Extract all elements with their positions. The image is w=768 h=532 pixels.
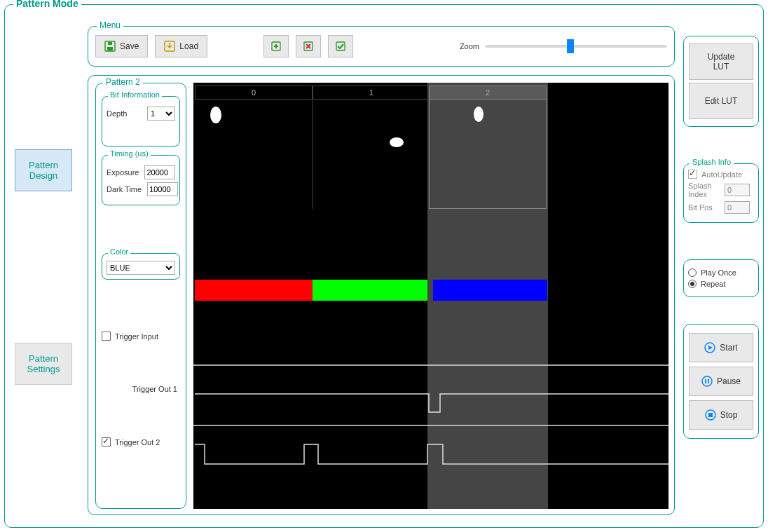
pause-button[interactable]: Pause [689,367,753,396]
left-nav: Pattern Design Pattern Settings [15,149,72,385]
dark-time-input[interactable] [147,182,178,196]
color-select[interactable]: BLUE [107,261,175,275]
trigger-out2-wave [193,433,668,475]
play-icon [704,342,715,353]
save-button[interactable]: Save [95,35,148,57]
autoupdate-label: AutoUpdate [701,170,742,179]
pattern-thumb-2[interactable] [474,107,484,122]
save-icon [104,41,116,52]
exposure-label: Exposure [107,168,139,177]
save-label: Save [120,41,139,51]
svg-rect-6 [336,42,345,50]
dark-time-label: Dark Time [107,185,142,193]
autoupdate-checkbox-box [688,170,697,179]
trigger-out2-checkbox[interactable]: Trigger Out 2 [102,437,180,446]
bitpos-label: Bit Pos [688,203,722,212]
pattern-panel: Pattern 2 Bit Information Depth 1 Timing… [88,75,675,515]
pattern-sidebar: Pattern 2 Bit Information Depth 1 Timing… [95,83,186,509]
trigger-out1-wave [193,377,668,426]
pattern-thumb-0[interactable] [210,107,221,123]
bitpos-input [725,201,750,214]
repeat-label: Repeat [701,280,725,288]
column-header-1[interactable]: 1 [313,86,430,100]
play-mode-box: Play Once Repeat [683,259,759,297]
column-header-0[interactable]: 0 [195,86,313,100]
color-title: Color [108,247,130,256]
trigger-input-checkbox-box [102,332,111,341]
splash-info-title: Splash Info [690,158,734,166]
trigger-out2-label: Trigger Out 2 [115,438,160,446]
confirm-button[interactable] [328,35,353,57]
svg-rect-15 [708,413,713,417]
load-label: Load [179,41,198,51]
autoupdate-checkbox[interactable]: AutoUpdate [688,170,754,179]
repeat-radio[interactable]: Repeat [688,280,754,288]
splash-index-label: Splash Index [688,182,722,198]
check-icon [335,41,346,52]
depth-select[interactable]: 1 [147,107,175,121]
play-once-radio-dot [688,268,697,277]
trigger-out1-label: Trigger Out 1 [132,385,177,393]
svg-rect-1 [107,47,113,50]
timing-title: Timing (us) [108,149,151,158]
load-button[interactable]: Load [155,35,207,57]
depth-label: Depth [107,109,127,118]
frame-title: Pattern Mode [13,0,81,9]
svg-rect-12 [705,379,706,383]
nav-pattern-settings[interactable]: Pattern Settings [15,343,72,385]
load-icon [164,41,175,52]
color-band-blue [433,280,547,301]
timing-box: Timing (us) Exposure Dark Time [102,155,180,205]
pattern-thumb-1[interactable] [390,137,404,147]
zoom-label: Zoom [460,42,479,50]
pause-icon [701,376,713,387]
update-lut-button[interactable]: Update LUT [689,43,753,80]
nav-pattern-design[interactable]: Pattern Design [15,149,72,191]
play-once-radio[interactable]: Play Once [688,268,754,277]
svg-rect-13 [708,379,709,383]
color-band-green [313,280,427,301]
zoom-slider[interactable] [485,45,667,48]
svg-rect-2 [108,42,112,45]
divider-line-1 [193,364,668,366]
lut-box: Update LUT Edit LUT [683,36,759,127]
color-band-red [195,280,313,301]
svg-point-11 [702,376,712,386]
trigger-out2-checkbox-box [102,437,111,446]
right-column: Update LUT Edit LUT Splash Info AutoUpda… [683,30,759,444]
add-icon [270,41,282,52]
transport-box: Start Pause Stop [683,324,759,439]
remove-icon [303,41,314,52]
column-separator [313,86,313,209]
bit-information-title: Bit Information [108,90,162,99]
pattern-canvas[interactable]: 0 1 2 [193,83,668,509]
splash-info-box: Splash Info AutoUpdate Splash Index Bit … [683,163,759,223]
pattern-mode-frame: Pattern Mode Pattern Design Pattern Sett… [4,4,764,528]
add-button[interactable] [263,35,289,57]
exposure-input[interactable] [144,165,175,179]
bit-information-box: Bit Information Depth 1 [102,96,180,146]
start-button[interactable]: Start [689,333,753,362]
play-once-label: Play Once [701,268,736,277]
pattern-sidebar-title: Pattern 2 [103,77,143,87]
remove-button[interactable] [296,35,321,57]
color-box: Color BLUE [102,253,180,280]
edit-lut-button[interactable]: Edit LUT [689,83,753,119]
repeat-radio-dot [688,280,697,288]
nav-pattern-settings-label: Pattern Settings [27,353,60,374]
trigger-input-label: Trigger Input [115,332,158,341]
zoom-slider-thumb[interactable] [567,39,574,53]
trigger-input-checkbox[interactable]: Trigger Input [102,332,180,341]
stop-button[interactable]: Stop [689,400,753,430]
nav-pattern-design-label: Pattern Design [29,160,58,181]
splash-index-input [725,184,750,196]
svg-marker-10 [708,346,713,350]
menu-box: Menu Save Load Zoom [88,26,675,67]
menu-title: Menu [97,20,123,30]
stop-icon [705,409,716,421]
selected-column-frame [429,86,547,209]
